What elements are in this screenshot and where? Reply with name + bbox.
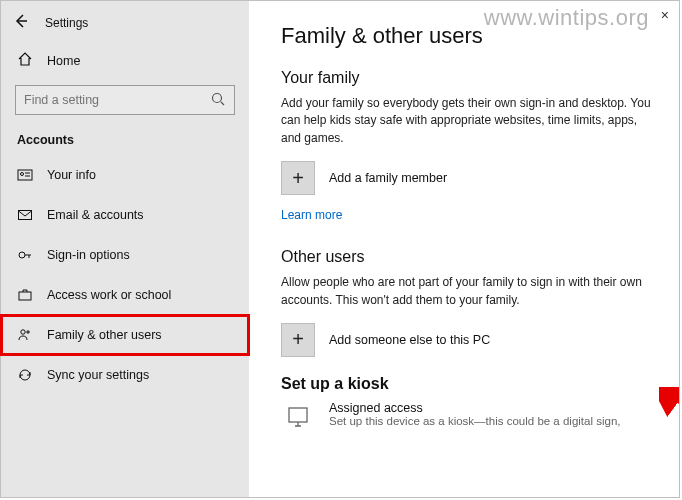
svg-rect-7 (289, 408, 307, 422)
sidebar-item-family[interactable]: Family & other users (1, 315, 249, 355)
search-box[interactable] (15, 85, 235, 115)
window-title: Settings (45, 16, 88, 30)
close-button[interactable]: × (661, 7, 669, 23)
sidebar-item-email[interactable]: Email & accounts (1, 195, 249, 235)
sidebar-item-your-info[interactable]: Your info (1, 155, 249, 195)
key-icon (17, 247, 33, 263)
sidebar-item-label: Access work or school (47, 288, 171, 302)
main-content: Family & other users Your family Add you… (249, 1, 679, 497)
user-card-icon (17, 167, 33, 183)
section-kiosk: Set up a kiosk (281, 375, 651, 393)
page-title: Family & other users (281, 23, 651, 49)
annotation-arrow (659, 387, 679, 451)
sidebar-item-label: Family & other users (47, 328, 162, 342)
plus-icon: + (281, 323, 315, 357)
people-icon (17, 327, 33, 343)
svg-rect-3 (19, 211, 32, 220)
svg-point-0 (213, 93, 222, 102)
assigned-access-row[interactable]: Assigned access Set up this device as a … (281, 401, 651, 435)
sidebar-item-label: Sign-in options (47, 248, 130, 262)
kiosk-title: Assigned access (329, 401, 621, 415)
family-description: Add your family so everybody gets their … (281, 95, 651, 147)
sidebar-item-work[interactable]: Access work or school (1, 275, 249, 315)
svg-point-4 (19, 252, 25, 258)
section-your-family: Your family (281, 69, 651, 87)
home-label: Home (47, 54, 80, 68)
sidebar: Settings Home Accounts (1, 1, 249, 497)
add-other-user-row[interactable]: + Add someone else to this PC (281, 323, 651, 357)
sidebar-item-sync[interactable]: Sync your settings (1, 355, 249, 395)
sidebar-item-label: Email & accounts (47, 208, 144, 222)
back-button[interactable] (13, 13, 29, 33)
sync-icon (17, 367, 33, 383)
briefcase-icon (17, 287, 33, 303)
settings-window: www.wintips.org × Settings Home (0, 0, 680, 498)
add-family-label: Add a family member (329, 171, 447, 185)
section-other-users: Other users (281, 248, 651, 266)
plus-icon: + (281, 161, 315, 195)
home-icon (17, 51, 33, 71)
sidebar-item-label: Sync your settings (47, 368, 149, 382)
svg-rect-1 (18, 170, 32, 180)
sidebar-item-home[interactable]: Home (1, 43, 249, 79)
add-other-label: Add someone else to this PC (329, 333, 490, 347)
sidebar-heading: Accounts (1, 123, 249, 155)
kiosk-icon (281, 401, 315, 435)
svg-point-2 (21, 173, 24, 176)
mail-icon (17, 207, 33, 223)
learn-more-link[interactable]: Learn more (281, 208, 342, 222)
svg-rect-5 (19, 292, 31, 300)
kiosk-subtitle: Set up this device as a kiosk—this could… (329, 415, 621, 427)
sidebar-item-signin[interactable]: Sign-in options (1, 235, 249, 275)
sidebar-nav: Your info Email & accounts Sign-in optio… (1, 155, 249, 395)
other-description: Allow people who are not part of your fa… (281, 274, 651, 309)
search-input[interactable] (24, 93, 210, 107)
search-icon (210, 91, 226, 110)
svg-point-6 (21, 330, 25, 334)
sidebar-item-label: Your info (47, 168, 96, 182)
add-family-member-row[interactable]: + Add a family member (281, 161, 651, 195)
